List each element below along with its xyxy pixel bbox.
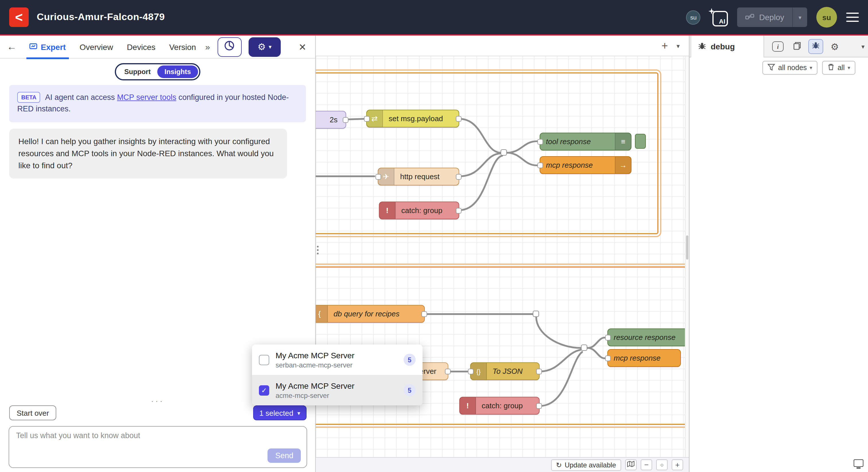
presence-avatar[interactable]: su	[686, 10, 701, 24]
check-icon: ✓	[261, 386, 267, 394]
port-out[interactable]	[422, 311, 427, 317]
start-over-button[interactable]: Start over	[9, 405, 57, 420]
port-in[interactable]	[605, 334, 611, 340]
send-button[interactable]: Send	[268, 448, 301, 463]
config-button[interactable]: ⚙	[827, 39, 842, 54]
node-http-request[interactable]: ✈ http request	[378, 168, 459, 185]
server-title: My Acme MCP Server	[276, 351, 354, 360]
flow-list-button[interactable]: ▾	[677, 42, 680, 50]
clear-all-button[interactable]: all ▾	[822, 61, 856, 75]
wire[interactable]	[459, 119, 501, 153]
debug-enable-toggle[interactable]	[635, 134, 646, 149]
node-label: db query for recipes	[328, 309, 405, 318]
debug-button[interactable]	[808, 39, 823, 54]
insights-chart-button[interactable]	[218, 37, 242, 57]
filter-nodes-button[interactable]: all nodes ▾	[763, 61, 817, 75]
port-in[interactable]	[605, 355, 611, 361]
port-out[interactable]	[343, 117, 348, 123]
tab-devices[interactable]: Devices	[121, 35, 162, 58]
update-available-button[interactable]: ↻ Update available	[551, 459, 621, 471]
palette-resize-handle[interactable]	[317, 246, 319, 255]
menu-button[interactable]	[846, 12, 859, 22]
context-button[interactable]	[789, 39, 804, 54]
port-in[interactable]	[537, 162, 543, 168]
node-resource-response[interactable]: resource response	[608, 328, 689, 346]
port-out[interactable]	[536, 403, 542, 409]
open-debug-window-button[interactable]	[854, 460, 863, 467]
chat-input-box: Send	[9, 426, 307, 468]
dropdown-item-serban-acme[interactable]: My Acme MCP Server serban-acme-mcp-serve…	[252, 345, 423, 375]
deploy-button[interactable]: Deploy	[737, 7, 792, 27]
wire[interactable]	[588, 337, 604, 348]
node-tool-response[interactable]: tool response ≡	[539, 132, 631, 150]
node-catch-group-1[interactable]: ! catch: group	[379, 202, 459, 219]
dropdown-item-acme[interactable]: ✓ My Acme MCP Server acme-mcp-server 5	[252, 375, 423, 405]
port-in[interactable]	[375, 174, 381, 179]
tab-debug[interactable]: debug	[691, 36, 764, 57]
scrollbar-thumb[interactable]	[686, 235, 688, 260]
back-button[interactable]: ←	[7, 41, 22, 53]
wire[interactable]	[459, 153, 501, 176]
node-mcp-response-2[interactable]: mcp response	[608, 349, 681, 367]
node-to-json[interactable]: {} To JSON	[470, 362, 539, 380]
node-db-query[interactable]: { db query for recipes	[316, 305, 425, 323]
port-out[interactable]	[456, 174, 462, 179]
close-panel-button[interactable]: ×	[297, 41, 308, 53]
wire[interactable]	[536, 317, 581, 348]
canvas-scrollbar[interactable]	[685, 56, 689, 457]
wire[interactable]	[346, 119, 364, 119]
zoom-out-button[interactable]: −	[641, 460, 652, 470]
node-delay-2s[interactable]: 2s	[316, 111, 346, 129]
settings-dropdown-button[interactable]: ⚙ ▾	[249, 37, 281, 57]
node-mcp-response-1[interactable]: mcp response →	[539, 156, 631, 174]
sidebar-options-button[interactable]: ▾	[861, 43, 865, 51]
wire-junction[interactable]	[581, 345, 587, 351]
port-out[interactable]	[445, 368, 451, 374]
wire[interactable]	[507, 153, 537, 166]
mcp-server-tools-link[interactable]: MCP server tools	[117, 93, 177, 101]
info-button[interactable]: i	[770, 39, 785, 54]
tab-overview[interactable]: Overview	[73, 35, 119, 58]
wire[interactable]	[459, 156, 502, 210]
tab-expert[interactable]: Expert	[23, 35, 72, 58]
zoom-reset-button[interactable]: ○	[656, 460, 668, 470]
port-out[interactable]	[456, 208, 462, 213]
message-input[interactable]	[16, 431, 300, 451]
add-flow-button[interactable]: +	[662, 40, 668, 52]
zoom-in-button[interactable]: +	[672, 460, 683, 470]
user-avatar[interactable]: su	[816, 7, 837, 28]
tab-overflow-button[interactable]: »	[204, 42, 212, 52]
port-out[interactable]	[536, 368, 542, 374]
checkbox-unchecked[interactable]	[259, 355, 269, 365]
node-set-msg-payload[interactable]: ⇄ set msg.payload	[366, 110, 459, 127]
close-icon: ×	[299, 40, 306, 53]
mcp-server-dropdown: My Acme MCP Server serban-acme-mcp-serve…	[252, 345, 423, 405]
wire[interactable]	[539, 352, 582, 406]
chevron-down-icon: ▾	[810, 65, 812, 70]
ai-assistant-button[interactable]: AI	[710, 8, 728, 26]
insights-toggle[interactable]: Insights	[158, 65, 198, 78]
support-toggle[interactable]: Support	[117, 65, 158, 78]
update-label: Update available	[565, 461, 616, 469]
wire[interactable]	[539, 350, 581, 372]
wire[interactable]	[507, 141, 537, 153]
brace-icon: {	[316, 305, 328, 322]
node-catch-group-2[interactable]: ! catch: group	[459, 397, 539, 415]
port-in[interactable]	[537, 139, 543, 144]
port-in[interactable]	[468, 368, 474, 374]
deploy-options-button[interactable]: ▾	[792, 7, 807, 27]
info-icon: i	[772, 41, 784, 52]
zoom-in-icon: +	[675, 461, 679, 469]
tab-version[interactable]: Version	[163, 35, 202, 58]
port-in[interactable]	[364, 116, 370, 121]
wire[interactable]	[588, 348, 604, 358]
wire-junction[interactable]	[533, 311, 539, 317]
beta-badge: BETA	[17, 92, 40, 103]
wire-junction[interactable]	[501, 149, 507, 156]
flow-canvas[interactable]: + ▾ 2s ⇄ set	[316, 36, 689, 472]
selected-dropdown-button[interactable]: 1 selected ▾	[253, 405, 307, 420]
navigator-map-button[interactable]	[625, 460, 637, 470]
checkbox-checked[interactable]: ✓	[259, 385, 269, 395]
flowfuse-logo[interactable]: <	[9, 7, 29, 27]
port-out[interactable]	[456, 116, 462, 121]
